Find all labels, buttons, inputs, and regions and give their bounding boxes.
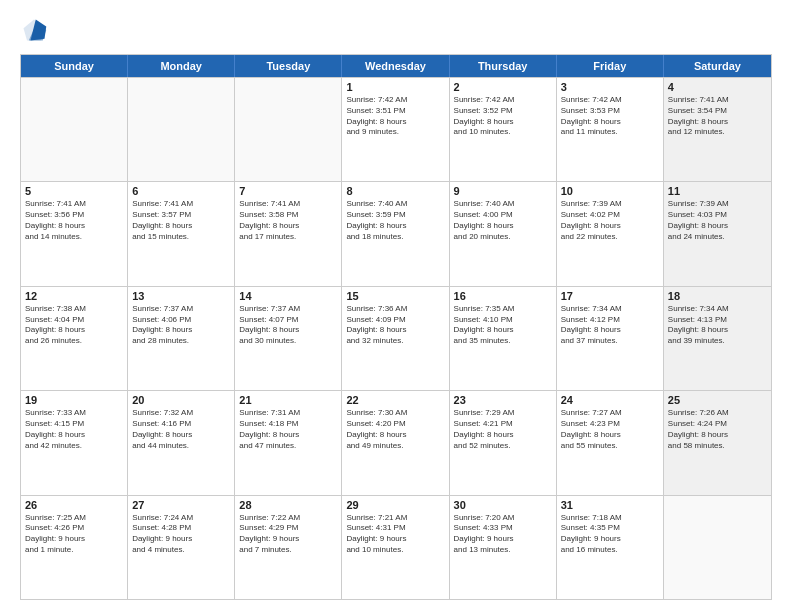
week-row-4: 19Sunrise: 7:33 AM Sunset: 4:15 PM Dayli…: [21, 390, 771, 494]
cal-cell-w3-d2: 13Sunrise: 7:37 AM Sunset: 4:06 PM Dayli…: [128, 287, 235, 390]
cell-detail: Sunrise: 7:42 AM Sunset: 3:53 PM Dayligh…: [561, 95, 659, 138]
cell-detail: Sunrise: 7:26 AM Sunset: 4:24 PM Dayligh…: [668, 408, 767, 451]
day-number: 5: [25, 185, 123, 197]
cal-cell-w5-d5: 30Sunrise: 7:20 AM Sunset: 4:33 PM Dayli…: [450, 496, 557, 599]
cal-cell-w5-d7: [664, 496, 771, 599]
day-number: 25: [668, 394, 767, 406]
cell-detail: Sunrise: 7:38 AM Sunset: 4:04 PM Dayligh…: [25, 304, 123, 347]
calendar-header-row: SundayMondayTuesdayWednesdayThursdayFrid…: [21, 55, 771, 77]
day-number: 13: [132, 290, 230, 302]
cell-detail: Sunrise: 7:34 AM Sunset: 4:12 PM Dayligh…: [561, 304, 659, 347]
day-number: 4: [668, 81, 767, 93]
header-day-monday: Monday: [128, 55, 235, 77]
header-day-friday: Friday: [557, 55, 664, 77]
cal-cell-w2-d4: 8Sunrise: 7:40 AM Sunset: 3:59 PM Daylig…: [342, 182, 449, 285]
cal-cell-w2-d6: 10Sunrise: 7:39 AM Sunset: 4:02 PM Dayli…: [557, 182, 664, 285]
week-row-5: 26Sunrise: 7:25 AM Sunset: 4:26 PM Dayli…: [21, 495, 771, 599]
cell-detail: Sunrise: 7:42 AM Sunset: 3:52 PM Dayligh…: [454, 95, 552, 138]
day-number: 2: [454, 81, 552, 93]
cal-cell-w1-d1: [21, 78, 128, 181]
calendar-body: 1Sunrise: 7:42 AM Sunset: 3:51 PM Daylig…: [21, 77, 771, 599]
cell-detail: Sunrise: 7:39 AM Sunset: 4:03 PM Dayligh…: [668, 199, 767, 242]
day-number: 16: [454, 290, 552, 302]
header: [20, 16, 772, 44]
cal-cell-w1-d4: 1Sunrise: 7:42 AM Sunset: 3:51 PM Daylig…: [342, 78, 449, 181]
day-number: 8: [346, 185, 444, 197]
day-number: 15: [346, 290, 444, 302]
cal-cell-w4-d7: 25Sunrise: 7:26 AM Sunset: 4:24 PM Dayli…: [664, 391, 771, 494]
day-number: 9: [454, 185, 552, 197]
cal-cell-w1-d3: [235, 78, 342, 181]
cell-detail: Sunrise: 7:21 AM Sunset: 4:31 PM Dayligh…: [346, 513, 444, 556]
cell-detail: Sunrise: 7:18 AM Sunset: 4:35 PM Dayligh…: [561, 513, 659, 556]
cal-cell-w1-d6: 3Sunrise: 7:42 AM Sunset: 3:53 PM Daylig…: [557, 78, 664, 181]
cal-cell-w2-d2: 6Sunrise: 7:41 AM Sunset: 3:57 PM Daylig…: [128, 182, 235, 285]
cal-cell-w1-d5: 2Sunrise: 7:42 AM Sunset: 3:52 PM Daylig…: [450, 78, 557, 181]
cell-detail: Sunrise: 7:41 AM Sunset: 3:58 PM Dayligh…: [239, 199, 337, 242]
cal-cell-w5-d6: 31Sunrise: 7:18 AM Sunset: 4:35 PM Dayli…: [557, 496, 664, 599]
cal-cell-w2-d1: 5Sunrise: 7:41 AM Sunset: 3:56 PM Daylig…: [21, 182, 128, 285]
cal-cell-w2-d5: 9Sunrise: 7:40 AM Sunset: 4:00 PM Daylig…: [450, 182, 557, 285]
cell-detail: Sunrise: 7:22 AM Sunset: 4:29 PM Dayligh…: [239, 513, 337, 556]
day-number: 21: [239, 394, 337, 406]
cal-cell-w4-d5: 23Sunrise: 7:29 AM Sunset: 4:21 PM Dayli…: [450, 391, 557, 494]
week-row-2: 5Sunrise: 7:41 AM Sunset: 3:56 PM Daylig…: [21, 181, 771, 285]
day-number: 31: [561, 499, 659, 511]
cell-detail: Sunrise: 7:41 AM Sunset: 3:57 PM Dayligh…: [132, 199, 230, 242]
day-number: 27: [132, 499, 230, 511]
day-number: 20: [132, 394, 230, 406]
cell-detail: Sunrise: 7:39 AM Sunset: 4:02 PM Dayligh…: [561, 199, 659, 242]
cal-cell-w2-d3: 7Sunrise: 7:41 AM Sunset: 3:58 PM Daylig…: [235, 182, 342, 285]
cell-detail: Sunrise: 7:33 AM Sunset: 4:15 PM Dayligh…: [25, 408, 123, 451]
cal-cell-w3-d1: 12Sunrise: 7:38 AM Sunset: 4:04 PM Dayli…: [21, 287, 128, 390]
cal-cell-w1-d2: [128, 78, 235, 181]
cell-detail: Sunrise: 7:27 AM Sunset: 4:23 PM Dayligh…: [561, 408, 659, 451]
day-number: 18: [668, 290, 767, 302]
cell-detail: Sunrise: 7:24 AM Sunset: 4:28 PM Dayligh…: [132, 513, 230, 556]
day-number: 6: [132, 185, 230, 197]
cell-detail: Sunrise: 7:20 AM Sunset: 4:33 PM Dayligh…: [454, 513, 552, 556]
day-number: 10: [561, 185, 659, 197]
cal-cell-w5-d1: 26Sunrise: 7:25 AM Sunset: 4:26 PM Dayli…: [21, 496, 128, 599]
cal-cell-w5-d3: 28Sunrise: 7:22 AM Sunset: 4:29 PM Dayli…: [235, 496, 342, 599]
cal-cell-w2-d7: 11Sunrise: 7:39 AM Sunset: 4:03 PM Dayli…: [664, 182, 771, 285]
cell-detail: Sunrise: 7:34 AM Sunset: 4:13 PM Dayligh…: [668, 304, 767, 347]
day-number: 14: [239, 290, 337, 302]
cal-cell-w3-d6: 17Sunrise: 7:34 AM Sunset: 4:12 PM Dayli…: [557, 287, 664, 390]
header-day-thursday: Thursday: [450, 55, 557, 77]
cell-detail: Sunrise: 7:37 AM Sunset: 4:07 PM Dayligh…: [239, 304, 337, 347]
header-day-tuesday: Tuesday: [235, 55, 342, 77]
day-number: 19: [25, 394, 123, 406]
cell-detail: Sunrise: 7:29 AM Sunset: 4:21 PM Dayligh…: [454, 408, 552, 451]
cal-cell-w4-d1: 19Sunrise: 7:33 AM Sunset: 4:15 PM Dayli…: [21, 391, 128, 494]
cal-cell-w4-d4: 22Sunrise: 7:30 AM Sunset: 4:20 PM Dayli…: [342, 391, 449, 494]
header-day-wednesday: Wednesday: [342, 55, 449, 77]
cell-detail: Sunrise: 7:35 AM Sunset: 4:10 PM Dayligh…: [454, 304, 552, 347]
header-day-sunday: Sunday: [21, 55, 128, 77]
day-number: 17: [561, 290, 659, 302]
cal-cell-w4-d2: 20Sunrise: 7:32 AM Sunset: 4:16 PM Dayli…: [128, 391, 235, 494]
cell-detail: Sunrise: 7:31 AM Sunset: 4:18 PM Dayligh…: [239, 408, 337, 451]
cell-detail: Sunrise: 7:41 AM Sunset: 3:54 PM Dayligh…: [668, 95, 767, 138]
cal-cell-w4-d6: 24Sunrise: 7:27 AM Sunset: 4:23 PM Dayli…: [557, 391, 664, 494]
cal-cell-w3-d7: 18Sunrise: 7:34 AM Sunset: 4:13 PM Dayli…: [664, 287, 771, 390]
cal-cell-w5-d4: 29Sunrise: 7:21 AM Sunset: 4:31 PM Dayli…: [342, 496, 449, 599]
cal-cell-w3-d4: 15Sunrise: 7:36 AM Sunset: 4:09 PM Dayli…: [342, 287, 449, 390]
day-number: 7: [239, 185, 337, 197]
calendar: SundayMondayTuesdayWednesdayThursdayFrid…: [20, 54, 772, 600]
cell-detail: Sunrise: 7:32 AM Sunset: 4:16 PM Dayligh…: [132, 408, 230, 451]
cell-detail: Sunrise: 7:40 AM Sunset: 3:59 PM Dayligh…: [346, 199, 444, 242]
day-number: 3: [561, 81, 659, 93]
cal-cell-w4-d3: 21Sunrise: 7:31 AM Sunset: 4:18 PM Dayli…: [235, 391, 342, 494]
header-day-saturday: Saturday: [664, 55, 771, 77]
cal-cell-w3-d3: 14Sunrise: 7:37 AM Sunset: 4:07 PM Dayli…: [235, 287, 342, 390]
cell-detail: Sunrise: 7:41 AM Sunset: 3:56 PM Dayligh…: [25, 199, 123, 242]
cal-cell-w3-d5: 16Sunrise: 7:35 AM Sunset: 4:10 PM Dayli…: [450, 287, 557, 390]
cal-cell-w5-d2: 27Sunrise: 7:24 AM Sunset: 4:28 PM Dayli…: [128, 496, 235, 599]
cal-cell-w1-d7: 4Sunrise: 7:41 AM Sunset: 3:54 PM Daylig…: [664, 78, 771, 181]
day-number: 11: [668, 185, 767, 197]
day-number: 22: [346, 394, 444, 406]
logo: [20, 16, 52, 44]
day-number: 1: [346, 81, 444, 93]
cell-detail: Sunrise: 7:36 AM Sunset: 4:09 PM Dayligh…: [346, 304, 444, 347]
